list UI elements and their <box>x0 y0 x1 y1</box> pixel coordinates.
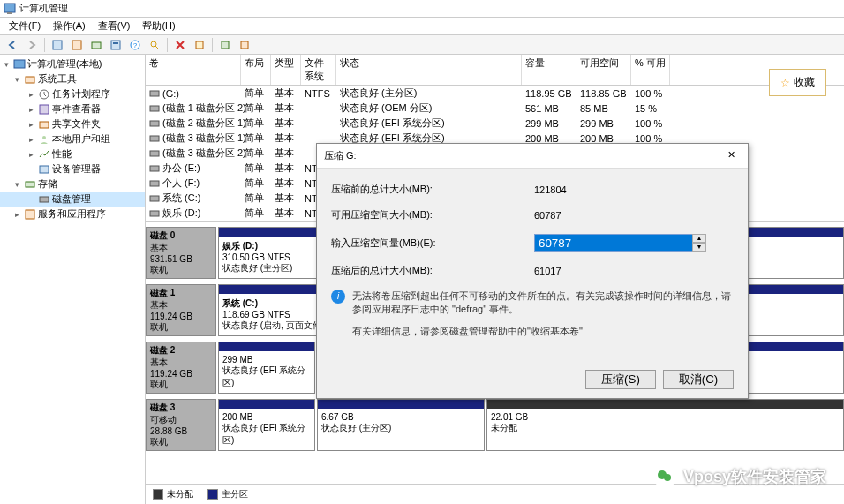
toolbar-btn-2[interactable] <box>68 37 86 53</box>
delete-icon[interactable] <box>171 37 189 53</box>
svg-rect-14 <box>14 60 25 68</box>
svg-rect-30 <box>150 181 159 186</box>
back-button[interactable] <box>4 37 21 53</box>
toolbar-btn-1[interactable] <box>49 37 66 53</box>
svg-line-10 <box>155 46 158 49</box>
dialog-titlebar: 压缩 G: ✕ <box>317 144 748 169</box>
help-icon[interactable]: ? <box>126 37 144 53</box>
svg-rect-0 <box>4 4 15 12</box>
svg-rect-26 <box>150 121 159 126</box>
favorite-button[interactable]: ☆ 收藏 <box>769 69 826 96</box>
toolbar-btn-5[interactable] <box>191 37 208 53</box>
svg-rect-4 <box>92 42 101 49</box>
svg-rect-20 <box>40 166 49 173</box>
svg-rect-11 <box>196 41 203 49</box>
menu-view[interactable]: 查看(V) <box>93 18 136 34</box>
svg-rect-18 <box>40 122 49 128</box>
disk-3-part-1[interactable]: 6.67 GB状态良好 (主分区) <box>317 399 485 451</box>
svg-rect-3 <box>72 41 81 49</box>
volume-row[interactable]: (磁盘 2 磁盘分区 1)简单基本状态良好 (EFI 系统分区)299 MB29… <box>146 116 844 131</box>
menu-file[interactable]: 文件(F) <box>4 18 46 34</box>
star-icon: ☆ <box>780 77 790 89</box>
svg-point-19 <box>42 136 46 139</box>
toolbar: ? <box>0 35 844 55</box>
col-status[interactable]: 状态 <box>336 55 522 85</box>
col-capacity[interactable]: 容量 <box>522 55 576 85</box>
disk-3-part-2[interactable]: 22.01 GB未分配 <box>486 399 844 451</box>
svg-point-34 <box>664 474 671 481</box>
tree-services[interactable]: ▸服务和应用程序 <box>0 207 145 222</box>
window-title: 计算机管理 <box>19 2 68 15</box>
tree-sys-tools[interactable]: ▾系统工具 <box>0 71 145 87</box>
spinner: ▲ ▼ <box>692 234 706 252</box>
spinner-down[interactable]: ▼ <box>692 243 706 252</box>
tree-performance[interactable]: ▸性能 <box>0 147 145 162</box>
volume-row[interactable]: (磁盘 1 磁盘分区 2)简单基本状态良好 (OEM 分区)561 MB85 M… <box>146 101 844 116</box>
svg-rect-17 <box>40 105 49 114</box>
svg-text:?: ? <box>133 41 138 49</box>
svg-rect-29 <box>150 166 159 171</box>
menu-help[interactable]: 帮助(H) <box>137 18 180 34</box>
legend-unalloc-swatch <box>153 489 163 500</box>
before-size-label: 压缩前的总计大小(MB): <box>331 183 534 196</box>
disk-2-part-0[interactable]: 299 MB状态良好 (EFI 系统分区) <box>218 342 315 394</box>
col-fs[interactable]: 文件系统 <box>301 55 336 85</box>
after-value: 61017 <box>534 266 711 276</box>
avail-label: 可用压缩空间大小(MB): <box>331 208 534 222</box>
svg-rect-23 <box>26 210 34 219</box>
search-icon[interactable] <box>146 37 163 53</box>
svg-rect-15 <box>26 77 34 83</box>
svg-rect-12 <box>222 41 229 49</box>
menu-action[interactable]: 操作(A) <box>48 18 91 34</box>
col-type[interactable]: 类型 <box>271 55 301 85</box>
svg-rect-21 <box>26 182 34 187</box>
col-free[interactable]: 可用空间 <box>576 55 631 85</box>
shrink-amount-input[interactable] <box>534 234 693 252</box>
before-size-value: 121804 <box>534 184 711 195</box>
svg-rect-32 <box>150 211 159 216</box>
close-icon[interactable]: ✕ <box>722 149 741 162</box>
disk-3-part-0[interactable]: 200 MB状态良好 (EFI 系统分区) <box>218 399 315 451</box>
disk-2-label[interactable]: 磁盘 2 基本 119.24 GB 联机 <box>146 342 216 394</box>
svg-rect-5 <box>111 41 120 49</box>
volume-row[interactable]: (G:)简单基本NTFS状态良好 (主分区)118.95 GB118.85 GB… <box>146 86 844 101</box>
col-pct[interactable]: % 可用 <box>631 55 670 85</box>
input-label: 输入压缩空间量(MB)(E): <box>331 237 534 250</box>
tree-disk-mgmt[interactable]: 磁盘管理 <box>0 192 145 207</box>
svg-rect-22 <box>40 197 49 202</box>
toolbar-btn-7[interactable] <box>236 37 253 53</box>
svg-rect-24 <box>150 91 159 96</box>
toolbar-btn-3[interactable] <box>87 37 105 53</box>
tree-local-users[interactable]: ▸本地用户和组 <box>0 132 145 147</box>
watermark: Vposy软件安装管家 <box>653 465 826 488</box>
titlebar: 计算机管理 <box>0 0 844 18</box>
menubar: 文件(F) 操作(A) 查看(V) 帮助(H) <box>0 18 844 35</box>
svg-rect-27 <box>150 136 159 141</box>
tree-root[interactable]: ▾计算机管理(本地) <box>0 56 145 71</box>
disk-1-label[interactable]: 磁盘 1 基本 119.24 GB 联机 <box>146 284 216 336</box>
avail-value: 60787 <box>534 210 711 221</box>
toolbar-btn-4[interactable] <box>107 37 124 53</box>
shrink-button[interactable]: 压缩(S) <box>585 370 656 389</box>
svg-rect-6 <box>113 42 118 44</box>
col-layout[interactable]: 布局 <box>241 55 271 85</box>
tree-device-mgr[interactable]: 设备管理器 <box>0 162 145 177</box>
tree-storage[interactable]: ▾存储 <box>0 177 145 192</box>
col-volume[interactable]: 卷 <box>146 55 241 85</box>
svg-rect-25 <box>150 106 159 111</box>
app-icon <box>4 3 16 15</box>
wechat-icon <box>653 465 676 488</box>
spinner-up[interactable]: ▲ <box>692 234 706 243</box>
svg-rect-31 <box>150 196 159 201</box>
legend-primary-swatch <box>207 489 218 500</box>
disk-0-label[interactable]: 磁盘 0 基本 931.51 GB 联机 <box>146 227 216 279</box>
tree-task-scheduler[interactable]: ▸任务计划程序 <box>0 87 145 102</box>
shrink-dialog: 压缩 G: ✕ 压缩前的总计大小(MB): 121804 可用压缩空间大小(MB… <box>316 143 749 399</box>
toolbar-btn-6[interactable] <box>216 37 234 53</box>
forward-button[interactable] <box>23 37 41 53</box>
cancel-button[interactable]: 取消(C) <box>663 370 734 389</box>
info-1: i 无法将卷压缩到超出任何不可移动的文件所在的点。有关完成该操作时间的详细信息，… <box>331 290 734 316</box>
tree-event-viewer[interactable]: ▸事件查看器 <box>0 102 145 117</box>
disk-3-label[interactable]: 磁盘 3 可移动 28.88 GB 联机 <box>146 399 216 451</box>
tree-shared-folders[interactable]: ▸共享文件夹 <box>0 117 145 132</box>
